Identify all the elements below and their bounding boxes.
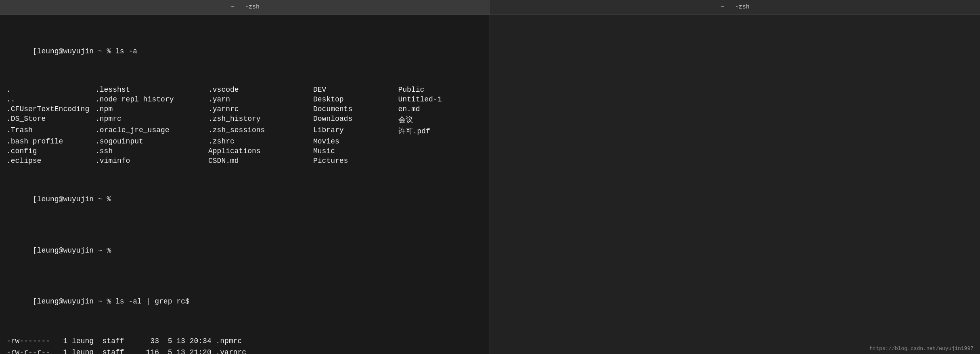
prompt-empty-1: [leung@wuyujin ~ % (6, 182, 483, 217)
file-item: Applications (208, 146, 313, 156)
grep-output: -rw------- 1 leung staff 33 5 13 20:34 .… (6, 335, 483, 354)
file-item (398, 146, 484, 156)
file-item: .eclipse (6, 156, 95, 166)
left-title-pane: ~ — -zsh (0, 0, 490, 15)
file-item: Movies (313, 137, 398, 146)
file-item (398, 137, 484, 146)
file-item: .npmrc (95, 114, 208, 125)
file-item: .ssh (95, 146, 208, 156)
file-item: .lesshst (95, 85, 208, 95)
file-item: .config (6, 146, 95, 156)
file-item: .vscode (208, 85, 313, 95)
file-item: .zsh_sessions (208, 125, 313, 137)
file-item: CSDN.md (208, 156, 313, 166)
file-item: en.md (398, 104, 484, 114)
file-item: Documents (313, 104, 398, 114)
prompt-ls-a: [leung@wuyujin ~ % ls -a (6, 34, 483, 69)
file-item: .zsh_history (208, 114, 313, 125)
left-terminal[interactable]: [leung@wuyujin ~ % ls -a ..lesshst.vscod… (0, 15, 490, 354)
file-item: .sogouinput (95, 137, 208, 146)
left-title-label: ~ — -zsh (230, 4, 260, 11)
file-item: .zshrc (208, 137, 313, 146)
file-item: 会议 (398, 114, 484, 125)
prompt-empty-2: [leung@wuyujin ~ % (6, 233, 483, 268)
file-item: Downloads (313, 114, 398, 125)
right-title-pane: ~ — -zsh (490, 0, 980, 15)
file-item: .. (6, 95, 95, 104)
file-item: .Trash (6, 125, 95, 137)
terminal-container: [leung@wuyujin ~ % ls -a ..lesshst.vscod… (0, 15, 980, 354)
file-item: Public (398, 85, 484, 95)
prompt-grep: [leung@wuyujin ~ % ls -al | grep rc$ (6, 284, 483, 319)
file-item: .bash_profile (6, 137, 95, 146)
file-item: .yarnrc (208, 104, 313, 114)
file-item: Untitled-1 (398, 95, 484, 104)
title-bar: ~ — -zsh ~ — -zsh (0, 0, 980, 15)
right-title-label: ~ — -zsh (720, 4, 750, 11)
file-item (398, 156, 484, 166)
right-terminal[interactable] (490, 15, 980, 354)
file-item: Pictures (313, 156, 398, 166)
file-item: .oracle_jre_usage (95, 125, 208, 137)
file-item: DEV (313, 85, 398, 95)
file-item: .CFUserTextEncoding (6, 104, 95, 114)
file-item: . (6, 85, 95, 95)
file-item: Desktop (313, 95, 398, 104)
url-bar: https://blog.csdn.net/wuyujin1997 (870, 346, 974, 352)
file-item: Music (313, 146, 398, 156)
file-item: .yarn (208, 95, 313, 104)
file-item: Library (313, 125, 398, 137)
file-item: .node_repl_history (95, 95, 208, 104)
file-item: .npm (95, 104, 208, 114)
grep-line: -rw------- 1 leung staff 33 5 13 20:34 .… (6, 335, 483, 347)
file-item: 许可.pdf (398, 125, 484, 137)
file-item: .DS_Store (6, 114, 95, 125)
file-listing: ..lesshst.vscodeDEVPublic...node_repl_hi… (6, 85, 483, 166)
file-item: .viminfo (95, 156, 208, 166)
grep-line: -rw-r--r-- 1 leung staff 116 5 13 21:20 … (6, 347, 483, 354)
